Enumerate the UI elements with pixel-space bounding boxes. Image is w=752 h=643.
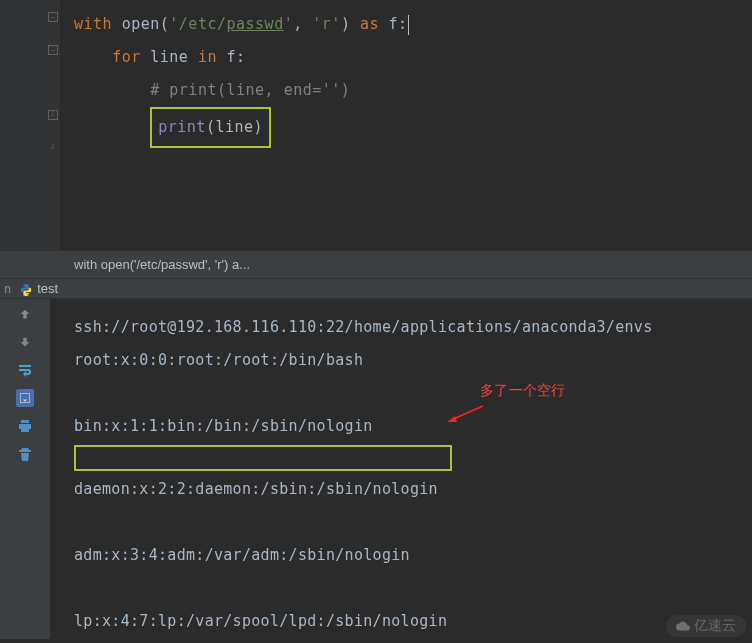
code-editor[interactable]: − − ┘ ┘ with open('/etc/passwd', 'r') as… xyxy=(0,0,752,250)
output-line: ssh://root@192.168.116.110:22/home/appli… xyxy=(74,311,752,344)
arrow-up-icon[interactable] xyxy=(16,305,34,323)
code-line[interactable]: for line in f: xyxy=(74,41,752,74)
output-line: daemon:x:2:2:daemon:/sbin:/sbin/nologin xyxy=(74,473,752,506)
console-tab-bar: n test xyxy=(0,279,752,299)
highlight-box: print(line) xyxy=(150,107,271,148)
console-output[interactable]: ssh://root@192.168.116.110:22/home/appli… xyxy=(50,299,752,639)
console-tab[interactable]: test xyxy=(37,281,58,296)
svg-line-1 xyxy=(451,406,483,420)
svg-marker-2 xyxy=(447,416,457,422)
python-icon xyxy=(19,282,33,296)
tab-prefix: n xyxy=(0,282,15,296)
breadcrumb[interactable]: with open('/etc/passwd', 'r') a... xyxy=(0,250,752,279)
code-line[interactable]: with open('/etc/passwd', 'r') as f: xyxy=(74,8,752,41)
wrap-icon[interactable] xyxy=(16,361,34,379)
arrow-down-icon[interactable] xyxy=(16,333,34,351)
fold-marker-icon[interactable]: − xyxy=(48,12,58,22)
output-line xyxy=(74,377,752,410)
fold-end-icon[interactable]: ┘ xyxy=(48,110,58,120)
output-line: bin:x:1:1:bin:/bin:/sbin/nologin xyxy=(74,410,752,443)
console-toolbar xyxy=(0,299,50,639)
code-line[interactable]: # print(line, end='') xyxy=(74,74,752,107)
scroll-icon[interactable] xyxy=(16,389,34,407)
code-line[interactable]: print(line) xyxy=(74,107,752,140)
text-cursor xyxy=(408,15,409,35)
output-line: root:x:0:0:root:/root:/bin/bash xyxy=(74,344,752,377)
trash-icon[interactable] xyxy=(16,445,34,463)
fold-end-icon[interactable]: ┘ xyxy=(48,143,58,153)
highlight-empty-box xyxy=(74,445,452,471)
fold-marker-icon[interactable]: − xyxy=(48,45,58,55)
output-line xyxy=(74,506,752,539)
code-content[interactable]: with open('/etc/passwd', 'r') as f: for … xyxy=(60,0,752,250)
print-icon[interactable] xyxy=(16,417,34,435)
editor-gutter: − − ┘ ┘ xyxy=(0,0,60,250)
output-line: adm:x:3:4:adm:/var/adm:/sbin/nologin xyxy=(74,539,752,572)
output-line xyxy=(74,572,752,605)
console-area: ssh://root@192.168.116.110:22/home/appli… xyxy=(0,299,752,639)
annotation-text: 多了一个空行 xyxy=(480,374,566,407)
arrow-icon xyxy=(445,404,485,424)
watermark: 亿速云 xyxy=(666,615,746,637)
output-line: lp:x:4:7:lp:/var/spool/lpd:/sbin/nologin xyxy=(74,605,752,638)
